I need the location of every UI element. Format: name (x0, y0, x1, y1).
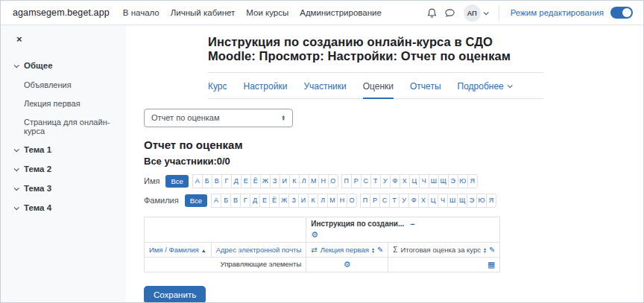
edit-pencil-icon[interactable]: ✎ (377, 246, 383, 254)
letter-filter-button[interactable]: Я (467, 174, 478, 188)
letter-filter-button[interactable]: Н (337, 194, 347, 208)
user-menu[interactable]: АП (464, 4, 487, 22)
nav-link[interactable]: Администрирование (300, 8, 382, 17)
letter-filter-button[interactable]: К (289, 174, 300, 188)
letter-filter-button[interactable]: Д (231, 174, 242, 188)
sidebar-item[interactable]: Тема 2 (1, 159, 126, 179)
letter-filter-button[interactable]: Ф (408, 194, 419, 208)
letter-filter-button[interactable]: В (212, 174, 222, 188)
sort-toggle-icon[interactable]: ▲▼ (371, 247, 375, 253)
letter-filter-button[interactable]: Л (318, 194, 328, 208)
letter-filter-button[interactable]: Ю (476, 194, 487, 208)
letter-filter-button[interactable]: Д (250, 194, 260, 208)
course-tab[interactable]: Подробнее (458, 81, 511, 99)
nav-link[interactable]: Личный кабинет (171, 8, 236, 17)
letter-filter-button[interactable]: Б (202, 174, 212, 188)
course-tab[interactable]: Оценки (363, 81, 394, 99)
letter-filter-button[interactable]: Ж (260, 174, 271, 188)
letter-filter-button[interactable]: Ч (438, 194, 448, 208)
gear-icon[interactable]: ⚙ (311, 230, 318, 240)
letter-filter-button[interactable]: Э (467, 194, 477, 208)
letter-filter-button[interactable]: М (327, 194, 338, 208)
first-name-all-button[interactable]: Все (165, 175, 188, 188)
letter-filter-button[interactable]: О (328, 174, 338, 188)
tab-label: Настройки (244, 81, 288, 92)
last-name-all-button[interactable]: Все (185, 194, 207, 207)
letter-filter-button[interactable]: Ё (250, 174, 261, 188)
gear-icon[interactable]: ⚙ (344, 260, 351, 269)
letter-filter-button[interactable]: Щ (438, 174, 449, 188)
calculator-icon[interactable]: ▦ (487, 260, 495, 269)
site-name-link[interactable]: agamsegem.beget.app (13, 7, 110, 18)
course-tab[interactable]: Отчеты (410, 81, 441, 99)
save-button[interactable]: Сохранить (144, 286, 206, 302)
edit-pencil-icon[interactable]: ✎ (489, 246, 495, 254)
letter-filter-button[interactable]: Г (240, 194, 250, 208)
notifications-bell-icon[interactable] (426, 7, 438, 19)
letter-filter-button[interactable]: П (360, 194, 370, 208)
nav-link[interactable]: В начало (123, 8, 160, 17)
sidebar-item[interactable]: Тема 3 (1, 179, 126, 198)
letter-filter-button[interactable]: Т (370, 174, 381, 188)
edit-mode-toggle[interactable] (610, 7, 633, 19)
messages-chat-icon[interactable] (444, 7, 455, 19)
letter-filter-button[interactable]: Е (241, 174, 251, 188)
letter-filter-button[interactable]: Р (370, 194, 380, 208)
switch-view-icon[interactable]: ⇄ (311, 246, 317, 254)
course-tab[interactable]: Участники (303, 81, 346, 99)
sidebar-item[interactable]: Тема 1 (1, 140, 126, 159)
avatar[interactable]: АП (464, 4, 481, 22)
sidebar-item[interactable]: Общее (1, 56, 126, 75)
letter-filter-button[interactable]: Я (486, 194, 496, 208)
letter-filter-button[interactable]: О (347, 194, 357, 208)
letter-filter-button[interactable]: Л (299, 174, 309, 188)
course-tab[interactable]: Курс (208, 81, 227, 99)
letter-filter-button[interactable]: М (309, 174, 319, 188)
letter-filter-button[interactable]: Х (418, 194, 429, 208)
letter-filter-button[interactable]: Ш (447, 194, 458, 208)
letter-filter-button[interactable]: З (288, 194, 299, 208)
letter-filter-button[interactable]: А (192, 174, 203, 188)
letter-filter-button[interactable]: В (230, 194, 241, 208)
letter-filter-button[interactable]: Ф (390, 174, 400, 188)
letter-filter-button[interactable]: Ц (409, 174, 420, 188)
letter-filter-button[interactable]: Е (259, 194, 270, 208)
letter-filter-button[interactable]: Х (400, 174, 410, 188)
activity-link[interactable]: Лекция первая (321, 246, 369, 254)
letter-filter-button[interactable]: Э (448, 174, 458, 188)
letter-filter-button[interactable]: С (361, 174, 371, 188)
letter-filter-button[interactable]: Г (221, 174, 232, 188)
collapse-column-icon[interactable]: − (410, 220, 414, 229)
close-drawer-icon[interactable]: × (16, 34, 126, 44)
letter-filter-button[interactable]: У (380, 174, 391, 188)
letter-filter-button[interactable]: Ю (458, 174, 468, 188)
letter-filter-button[interactable]: З (270, 174, 280, 188)
sort-toggle-icon[interactable]: ▲▼ (483, 247, 487, 253)
letter-filter-button[interactable]: А (211, 194, 221, 208)
letter-filter-button[interactable]: С (379, 194, 390, 208)
letter-filter-button[interactable]: Ё (269, 194, 280, 208)
letter-filter-button[interactable]: Н (318, 174, 329, 188)
report-select[interactable]: Отчет по оценкам ▲▼ (144, 109, 293, 127)
letter-filter-button[interactable]: Б (221, 194, 231, 208)
letter-filter-button[interactable]: Ц (428, 194, 438, 208)
sidebar-item[interactable]: Страница для онлайн-курса (1, 112, 126, 140)
sidebar-item[interactable]: Тема 4 (1, 198, 126, 217)
letter-filter-button[interactable]: Ш (429, 174, 439, 188)
sidebar-item[interactable]: Лекция первая (1, 94, 126, 112)
letter-filter-button[interactable]: Щ (457, 194, 467, 208)
sidebar-item[interactable]: Объявления (1, 75, 126, 94)
sort-by-name-link[interactable]: Имя / Фамилия (149, 246, 199, 254)
letter-filter-button[interactable]: Ч (419, 174, 429, 188)
letter-filter-button[interactable]: Ж (279, 194, 289, 208)
letter-filter-button[interactable]: И (280, 174, 290, 188)
letter-filter-button[interactable]: И (298, 194, 309, 208)
letter-filter-button[interactable]: Т (389, 194, 400, 208)
nav-link[interactable]: Мои курсы (246, 8, 288, 17)
letter-filter-button[interactable]: Р (351, 174, 362, 188)
letter-filter-button[interactable]: П (341, 174, 352, 188)
course-tab[interactable]: Настройки (244, 81, 288, 99)
letter-filter-button[interactable]: У (399, 194, 409, 208)
letter-filter-button[interactable]: К (308, 194, 318, 208)
sort-by-email-link[interactable]: Адрес электронной почты (216, 246, 302, 254)
